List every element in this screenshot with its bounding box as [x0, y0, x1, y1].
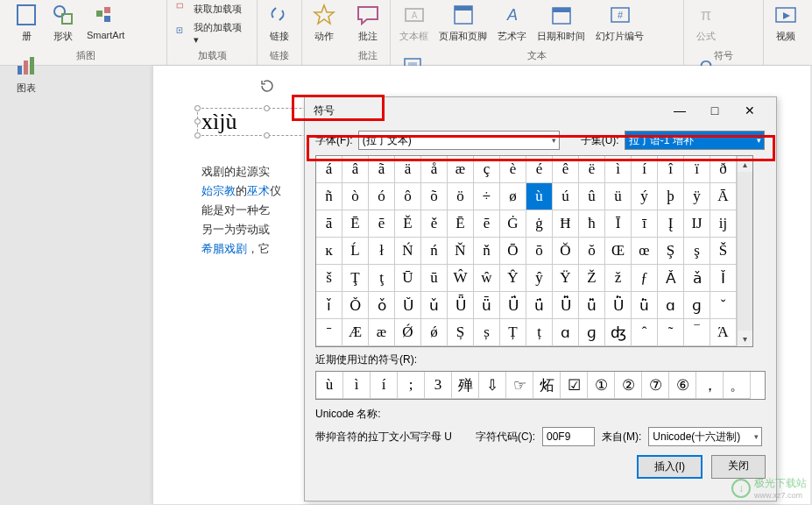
subset-combo[interactable]: 拉丁语-1 增补 ▾: [625, 131, 765, 150]
insert-button[interactable]: 插入(I): [637, 455, 703, 479]
char-cell[interactable]: Ț: [500, 319, 526, 346]
char-cell[interactable]: ɑ: [658, 292, 684, 319]
char-cell[interactable]: ħ: [579, 210, 605, 238]
ribbon-textbox-button[interactable]: A文本框: [398, 0, 430, 45]
close-button[interactable]: ✕: [732, 103, 767, 117]
char-cell[interactable]: é: [526, 156, 553, 183]
char-cell[interactable]: è: [500, 156, 526, 183]
char-cell[interactable]: Ά: [710, 319, 737, 346]
char-cell[interactable]: û: [579, 183, 605, 210]
char-cell[interactable]: Ž: [579, 265, 605, 292]
recent-char-cell[interactable]: 炻: [533, 372, 561, 399]
char-cell[interactable]: ň: [474, 238, 500, 265]
ribbon-myadd-button[interactable]: 我的加载项 ▾: [174, 19, 250, 47]
ribbon-datetime-button[interactable]: 日期和时间: [535, 0, 587, 45]
scroll-down-icon[interactable]: ▾: [738, 331, 752, 346]
char-cell[interactable]: Ţ: [342, 265, 369, 292]
ribbon-comment-button[interactable]: 批注: [353, 0, 383, 45]
char-cell[interactable]: æ: [369, 319, 395, 346]
char-cell[interactable]: ŏ: [579, 238, 605, 265]
char-cell[interactable]: ț: [526, 319, 553, 346]
char-cell[interactable]: Æ: [342, 319, 369, 346]
char-cell[interactable]: ɡ: [684, 292, 710, 319]
char-cell[interactable]: ǖ: [474, 292, 500, 319]
minimize-button[interactable]: —: [662, 103, 697, 117]
char-cell[interactable]: ÷: [474, 183, 500, 210]
char-cell[interactable]: Ŵ: [448, 265, 474, 292]
maximize-button[interactable]: □: [697, 103, 732, 117]
char-cell[interactable]: ş: [684, 238, 710, 265]
recent-char-cell[interactable]: ;: [398, 372, 425, 399]
char-cell[interactable]: ÿ: [684, 183, 710, 210]
char-cell[interactable]: ē: [474, 210, 500, 238]
char-cell[interactable]: å: [421, 156, 448, 183]
recent-char-cell[interactable]: 3: [425, 372, 452, 399]
char-cell[interactable]: æ: [448, 156, 474, 183]
char-cell[interactable]: Ș: [448, 319, 474, 346]
ribbon-video-button[interactable]: 视频: [771, 0, 801, 45]
recent-char-cell[interactable]: ⑦: [642, 372, 669, 399]
char-cell[interactable]: ǔ: [421, 292, 448, 319]
link-greek-drama[interactable]: 希腊戏剧: [201, 242, 247, 255]
ribbon-header-button[interactable]: 页眉和页脚: [437, 0, 489, 45]
char-cell[interactable]: ú: [553, 183, 579, 210]
char-cell[interactable]: Ǐ: [710, 265, 737, 292]
char-cell[interactable]: ˉ: [316, 319, 342, 346]
char-cell[interactable]: Ū: [395, 265, 421, 292]
char-cell[interactable]: ä: [395, 156, 421, 183]
char-cell[interactable]: Ī: [605, 210, 632, 238]
char-cell[interactable]: Ǚ: [553, 292, 579, 319]
char-cell[interactable]: ʤ: [605, 319, 632, 346]
char-cell[interactable]: ã: [369, 156, 395, 183]
char-cell[interactable]: ì: [605, 156, 632, 183]
char-cell[interactable]: š: [316, 265, 342, 292]
char-cell[interactable]: ā: [316, 210, 342, 238]
recent-char-cell[interactable]: í: [371, 372, 398, 399]
recent-char-cell[interactable]: 。: [724, 372, 751, 399]
ribbon-link-button[interactable]: 链接: [265, 0, 294, 45]
char-cell[interactable]: Ġ: [500, 210, 526, 238]
char-cell[interactable]: ĸ: [316, 238, 342, 265]
char-cell[interactable]: Ō: [500, 238, 526, 265]
recent-char-cell[interactable]: ②: [615, 372, 642, 399]
char-cell[interactable]: Ǖ: [448, 292, 474, 319]
char-cell[interactable]: ˜: [658, 319, 684, 346]
char-cell[interactable]: ƒ: [632, 265, 658, 292]
char-cell[interactable]: ˆ: [632, 319, 658, 346]
char-cell[interactable]: Ń: [395, 238, 421, 265]
ribbon-slidenum-button[interactable]: #幻灯片编号: [594, 0, 646, 45]
dialog-titlebar[interactable]: 符号 — □ ✕: [305, 97, 776, 124]
char-cell[interactable]: Ǜ: [605, 292, 632, 319]
char-cell[interactable]: ñ: [316, 183, 342, 210]
char-cell[interactable]: ó: [369, 183, 395, 210]
char-cell[interactable]: Ě: [395, 210, 421, 238]
char-cell[interactable]: ù: [526, 183, 553, 210]
char-cell[interactable]: õ: [421, 183, 448, 210]
char-cell[interactable]: â: [342, 156, 369, 183]
recent-char-cell[interactable]: ì: [343, 372, 371, 399]
ribbon-wordart-button[interactable]: A艺术字: [496, 0, 528, 45]
char-cell[interactable]: Ŷ: [500, 265, 526, 292]
font-combo[interactable]: (拉丁文本) ▾: [358, 131, 560, 150]
char-cell[interactable]: ï: [684, 156, 710, 183]
char-cell[interactable]: ò: [342, 183, 369, 210]
char-cell[interactable]: ð: [710, 156, 737, 183]
char-cell[interactable]: þ: [658, 183, 684, 210]
char-cell[interactable]: ý: [632, 183, 658, 210]
ribbon-equation-button[interactable]: π公式: [691, 0, 721, 45]
char-cell[interactable]: ń: [421, 238, 448, 265]
char-cell[interactable]: ˇ: [710, 292, 737, 319]
recent-char-cell[interactable]: ，: [696, 372, 724, 399]
char-cell[interactable]: ě: [421, 210, 448, 238]
char-cell[interactable]: Ǿ: [395, 319, 421, 346]
rotate-handle-icon[interactable]: [259, 78, 275, 94]
char-cell[interactable]: ç: [474, 156, 500, 183]
close-dialog-button[interactable]: 关闭: [711, 455, 766, 479]
char-cell[interactable]: ɑ: [553, 319, 579, 346]
char-cell[interactable]: Ǘ: [500, 292, 526, 319]
ribbon-store-button[interactable]: 获取加载项: [174, 0, 244, 18]
char-cell[interactable]: ǎ: [684, 265, 710, 292]
char-cell[interactable]: ł: [369, 238, 395, 265]
char-cell[interactable]: ș: [474, 319, 500, 346]
char-cell[interactable]: Ĺ: [342, 238, 369, 265]
